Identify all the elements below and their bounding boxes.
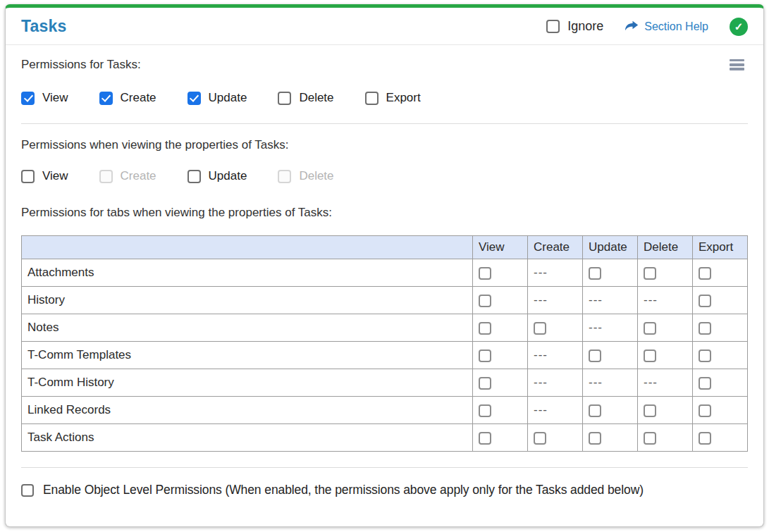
tab-permission-checkbox-view[interactable] (479, 377, 491, 390)
tab-permission-checkbox-delete[interactable] (644, 404, 656, 417)
permission-item-create[interactable]: Create (99, 91, 156, 105)
tab-name-cell: Task Actions (22, 424, 473, 452)
task-permissions-row: ViewCreateUpdateDeleteExport (21, 91, 748, 105)
permission-cell-delete (638, 342, 693, 369)
ignore-label: Ignore (567, 19, 603, 34)
tab-permission-checkbox-view[interactable] (479, 267, 491, 280)
permission-item-update[interactable]: Update (187, 169, 247, 183)
header-actions: Ignore Section Help ✓ (546, 18, 748, 36)
permission-cell-delete (638, 259, 693, 287)
not-applicable-cell: --- (528, 287, 583, 314)
tab-permission-checkbox-delete[interactable] (644, 267, 656, 280)
permission-item-delete[interactable]: Delete (278, 91, 333, 105)
table-row: Task Actions (22, 424, 748, 452)
tab-permission-checkbox-export[interactable] (699, 322, 711, 335)
tab-permission-checkbox-create[interactable] (534, 432, 546, 445)
not-applicable-cell: --- (528, 342, 583, 369)
tab-permission-checkbox-delete[interactable] (644, 349, 656, 362)
tab-permission-checkbox-delete[interactable] (644, 432, 656, 445)
permission-cell-export (693, 397, 748, 424)
ignore-toggle[interactable]: Ignore (546, 19, 603, 34)
tab-permission-checkbox-update[interactable] (589, 404, 601, 417)
permission-item-delete: Delete (278, 169, 333, 183)
permission-cell-create (528, 424, 583, 452)
table-row: History--------- (22, 287, 748, 314)
checkbox-label: Create (121, 91, 156, 105)
checkbox-delete (278, 170, 291, 183)
tab-permission-checkbox-view[interactable] (479, 432, 491, 445)
object-level-permissions-checkbox[interactable] (21, 484, 34, 497)
tab-permission-checkbox-view[interactable] (479, 295, 491, 307)
table-row: T-Comm History--------- (22, 369, 748, 397)
divider (21, 123, 748, 124)
permission-cell-export (693, 369, 748, 397)
not-applicable-cell: --- (528, 259, 583, 287)
tab-permission-checkbox-delete[interactable] (644, 322, 656, 335)
tab-permission-checkbox-export[interactable] (699, 267, 711, 280)
ignore-checkbox[interactable] (546, 20, 560, 33)
forward-arrow-icon (625, 20, 639, 32)
tab-name-cell: T-Comm History (22, 369, 473, 397)
checkbox-export[interactable] (365, 92, 379, 105)
section-header: Tasks Ignore Section Help ✓ (6, 8, 763, 45)
object-level-permissions-toggle[interactable]: Enable Object Level Permissions (When en… (21, 483, 748, 497)
tasks-permissions-card: Tasks Ignore Section Help ✓ Permis (5, 4, 764, 527)
permission-cell-export (693, 287, 748, 314)
checkbox-label: Update (209, 91, 247, 105)
tab-permission-checkbox-export[interactable] (699, 404, 711, 417)
tab-permissions-table: ViewCreateUpdateDeleteExport Attachments… (21, 235, 748, 452)
checkbox-label: View (42, 91, 68, 105)
tab-permission-checkbox-update[interactable] (589, 349, 601, 362)
tab-permission-checkbox-update[interactable] (589, 432, 601, 445)
tabs-permissions-label: Permissions for tabs when viewing the pr… (21, 206, 748, 220)
permission-cell-export (693, 342, 748, 369)
checkbox-view[interactable] (21, 92, 35, 105)
permission-cell-view (473, 369, 528, 397)
permission-item-view[interactable]: View (21, 169, 68, 183)
table-body: Attachments---History---------Notes---T-… (22, 259, 748, 452)
checkbox-update[interactable] (187, 92, 201, 105)
permissions-label: Permissions for Tasks: (21, 58, 748, 72)
checkbox-update[interactable] (187, 170, 201, 183)
table-row: Notes--- (22, 314, 748, 342)
tab-name-column-header (22, 236, 473, 259)
permission-cell-delete (638, 397, 693, 424)
tab-permission-checkbox-view[interactable] (479, 404, 491, 417)
tab-permission-checkbox-create[interactable] (534, 322, 546, 335)
tab-permission-checkbox-update[interactable] (589, 267, 601, 280)
checkbox-create[interactable] (99, 92, 113, 105)
column-header-update: Update (583, 236, 638, 259)
checkbox-label: View (42, 169, 68, 183)
permission-item-update[interactable]: Update (187, 91, 247, 105)
tab-permission-checkbox-view[interactable] (479, 322, 491, 335)
tab-permission-checkbox-view[interactable] (479, 349, 491, 362)
permission-cell-update (583, 397, 638, 424)
tab-permission-checkbox-export[interactable] (699, 432, 711, 445)
checkbox-label: Update (209, 169, 247, 183)
checkbox-delete[interactable] (278, 92, 291, 105)
permission-cell-export (693, 424, 748, 452)
table-row: Linked Records--- (22, 397, 748, 424)
table-row: T-Comm Templates--- (22, 342, 748, 369)
checkbox-label: Create (121, 169, 156, 183)
section-help-link[interactable]: Section Help (625, 20, 708, 33)
permission-item-view[interactable]: View (21, 91, 68, 105)
tab-permission-checkbox-export[interactable] (699, 349, 711, 362)
tab-permission-checkbox-export[interactable] (699, 377, 711, 390)
permission-cell-update (583, 424, 638, 452)
tab-permission-checkbox-export[interactable] (699, 295, 711, 307)
divider (21, 467, 748, 468)
not-applicable-cell: --- (528, 369, 583, 397)
not-applicable-cell: --- (583, 287, 638, 314)
permission-item-export[interactable]: Export (365, 91, 421, 105)
properties-permissions-row: ViewCreateUpdateDelete (21, 169, 748, 183)
tab-name-cell: Notes (22, 314, 473, 342)
permission-item-create: Create (99, 169, 156, 183)
permission-cell-view (473, 259, 528, 287)
permission-cell-view (473, 397, 528, 424)
checkbox-view[interactable] (21, 170, 35, 183)
table-row: Attachments--- (22, 259, 748, 287)
column-header-create: Create (528, 236, 583, 259)
table-header-row: ViewCreateUpdateDeleteExport (22, 236, 748, 259)
hamburger-menu-icon[interactable] (727, 55, 746, 75)
